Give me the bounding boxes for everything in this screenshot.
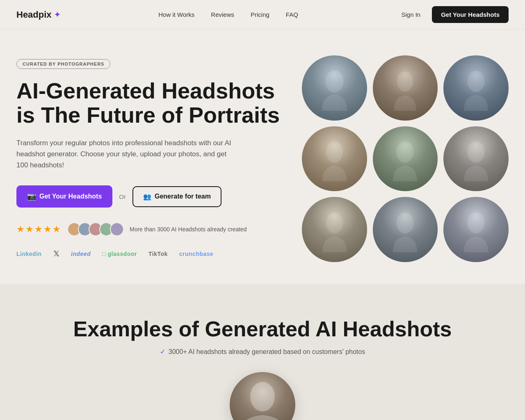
- linkedin-logo: Linkedin: [16, 251, 42, 257]
- hero-cta-label: Get Your Headshots: [39, 193, 102, 200]
- nav-link-reviews[interactable]: Reviews: [211, 11, 234, 18]
- logo-text: Headpix: [16, 9, 52, 20]
- brand-logos: Linkedin 𝕏 indeed □ glassdoor TikTok cru…: [16, 249, 287, 258]
- hero-description: Transform your regular photos into profe…: [16, 137, 238, 171]
- headshot-grid: [302, 55, 509, 262]
- nav-link-faq[interactable]: FAQ: [286, 11, 298, 18]
- svg-point-8: [468, 212, 485, 234]
- headshot-1: [302, 55, 367, 121]
- examples-subtitle-row: ✓ 3000+ AI headshots already generated b…: [16, 348, 509, 356]
- headshot-placeholder-8: [373, 197, 438, 262]
- headshot-placeholder-1: [302, 55, 367, 121]
- logo[interactable]: Headpix ✦: [16, 9, 60, 20]
- headshot-placeholder-6: [443, 126, 509, 192]
- hero-left: CURATED BY PHOTOGRAPHERS AI-Generated He…: [16, 59, 287, 258]
- check-icon: ✓: [160, 348, 165, 356]
- svg-point-3: [326, 142, 343, 163]
- nav-link-pricing[interactable]: Pricing: [251, 11, 269, 18]
- team-button[interactable]: 👥 Generate for team: [132, 186, 221, 207]
- headshot-7: [302, 197, 367, 262]
- svg-point-5: [468, 142, 485, 163]
- indeed-logo: indeed: [71, 251, 91, 257]
- avatar-5: [110, 222, 124, 236]
- hero-title-line1: AI-Generated Headshots: [16, 78, 275, 103]
- headshot-placeholder-4: [302, 126, 367, 192]
- headshot-placeholder-9: [443, 197, 509, 262]
- camera-icon: 📷: [27, 192, 36, 201]
- team-btn-label: Generate for team: [155, 193, 211, 200]
- hero-badge: CURATED BY PHOTOGRAPHERS: [16, 59, 110, 69]
- headshot-4: [302, 126, 367, 192]
- team-icon: 👥: [143, 193, 151, 201]
- example-preview: [16, 372, 509, 420]
- sign-in-button[interactable]: Sign In: [396, 8, 425, 21]
- logo-star-icon: ✦: [54, 10, 60, 19]
- example-headshot-preview: [230, 372, 295, 420]
- social-proof: ★★★★★ More than 3000 AI Headshots alread…: [16, 222, 287, 236]
- examples-subtitle: 3000+ AI headshots already generated bas…: [169, 348, 365, 356]
- nav-item-pricing[interactable]: Pricing: [251, 11, 269, 18]
- headshot-2: [373, 55, 438, 121]
- headshot-6: [443, 126, 509, 192]
- hero-title-line2: is The Future of Portraits: [16, 103, 280, 127]
- x-logo: 𝕏: [53, 249, 60, 258]
- or-separator: Or: [119, 193, 126, 200]
- glassdoor-logo: □ glassdoor: [102, 251, 137, 257]
- svg-point-9: [250, 382, 275, 411]
- headshot-placeholder-7: [302, 197, 367, 262]
- headshot-placeholder-5: [373, 126, 438, 192]
- nav-item-how-it-works[interactable]: How it Works: [158, 11, 194, 18]
- svg-point-1: [397, 71, 413, 91]
- nav-link-how-it-works[interactable]: How it Works: [158, 11, 194, 18]
- headshot-placeholder-2: [373, 55, 438, 121]
- crunchbase-logo: crunchbase: [179, 251, 214, 257]
- svg-point-4: [397, 142, 414, 163]
- nav-right: Sign In Get Your Headshots: [396, 6, 509, 23]
- nav-item-faq[interactable]: FAQ: [286, 11, 298, 18]
- nav-links: How it Works Reviews Pricing FAQ: [158, 11, 298, 18]
- hero-cta-button[interactable]: 📷 Get Your Headshots: [16, 185, 112, 208]
- tiktok-logo: TikTok: [148, 251, 168, 257]
- hero-section: CURATED BY PHOTOGRAPHERS AI-Generated He…: [0, 30, 525, 284]
- avatar-group: [67, 222, 124, 236]
- headshot-9: [443, 197, 509, 262]
- headshot-3: [443, 55, 509, 121]
- hero-right: [302, 55, 509, 262]
- hero-buttons: 📷 Get Your Headshots Or 👥 Generate for t…: [16, 185, 287, 208]
- navbar: Headpix ✦ How it Works Reviews Pricing F…: [0, 0, 525, 30]
- headshot-5: [373, 126, 438, 192]
- nav-item-reviews[interactable]: Reviews: [211, 11, 234, 18]
- svg-point-6: [326, 212, 343, 234]
- hero-title: AI-Generated Headshots is The Future of …: [16, 79, 287, 128]
- examples-section: Examples of Generated AI Headshots ✓ 300…: [0, 284, 525, 420]
- star-rating: ★★★★★: [16, 224, 62, 235]
- headshot-8: [373, 197, 438, 262]
- examples-title: Examples of Generated AI Headshots: [16, 317, 509, 341]
- svg-point-2: [468, 71, 485, 92]
- svg-point-7: [397, 212, 414, 234]
- svg-point-0: [325, 70, 343, 92]
- nav-cta-button[interactable]: Get Your Headshots: [432, 6, 509, 23]
- proof-text: More than 3000 AI Headshots already crea…: [130, 226, 247, 233]
- headshot-placeholder-3: [443, 55, 509, 121]
